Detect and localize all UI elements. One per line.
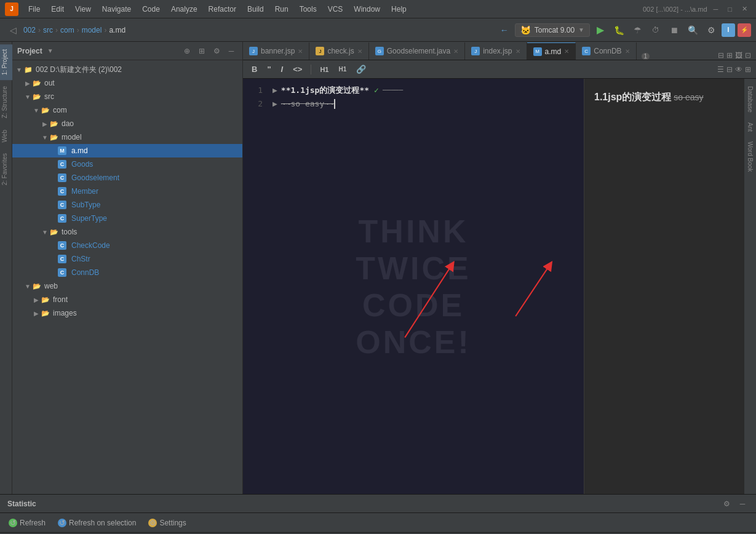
project-minimize-icon[interactable]: ─: [225, 45, 237, 57]
tree-item-supertype[interactable]: C SuperType: [12, 212, 242, 225]
project-layout-icon[interactable]: ⊞: [196, 45, 208, 57]
code-editor[interactable]: 1 2 ▶ **1.1jsp的演变过程** ✓ ───── ▶ ~~so eas…: [243, 79, 584, 494]
code-button[interactable]: <>: [289, 63, 306, 75]
editor-table-icon[interactable]: ⊞: [745, 65, 751, 74]
link-button[interactable]: 🔗: [352, 63, 370, 75]
menu-tools[interactable]: Tools: [295, 3, 322, 15]
coverage-button[interactable]: ☂: [629, 22, 645, 38]
tab-close-banner[interactable]: ✕: [298, 48, 303, 55]
tab-goodselement-java[interactable]: G Goodselement.java ✕: [369, 42, 465, 60]
toolbar-back[interactable]: ◁: [5, 22, 21, 38]
window-minimize[interactable]: ─: [710, 4, 722, 14]
breadcrumb-002[interactable]: 002: [23, 26, 36, 34]
tomcat-icon: 🐱: [520, 25, 531, 35]
tree-item-front[interactable]: ▶ 📂 front: [12, 293, 242, 306]
tree-item-conndb[interactable]: C ConnDB: [12, 266, 242, 279]
sidebar-icon-project[interactable]: 1: Project: [0, 44, 12, 80]
tab-conndb[interactable]: C ConnDB ✕: [576, 42, 636, 60]
tab-overflow[interactable]: 1: [637, 53, 655, 60]
toolbar-settings[interactable]: ⚙: [703, 22, 719, 38]
toolbar-navigate-back[interactable]: ←: [496, 22, 512, 38]
editor-panel-icon[interactable]: ⊡: [745, 51, 751, 60]
run-button[interactable]: ▶: [592, 22, 608, 38]
tree-item-dao[interactable]: ▶ 📂 dao: [12, 117, 242, 130]
menu-vcs[interactable]: VCS: [323, 3, 348, 15]
menu-help[interactable]: Help: [386, 3, 412, 15]
refresh-icon: ↺: [9, 519, 17, 527]
project-settings-icon[interactable]: ⚙: [210, 45, 223, 57]
editor-preview-icon[interactable]: 👁: [735, 65, 742, 74]
tab-banner-jsp[interactable]: J banner.jsp ✕: [243, 42, 309, 60]
breadcrumb-model[interactable]: model: [82, 26, 102, 34]
h1-button[interactable]: H1: [316, 65, 332, 74]
tab-index-jsp[interactable]: J index.jsp ✕: [465, 42, 527, 60]
debug-button[interactable]: 🐛: [611, 22, 627, 38]
settings-button[interactable]: ⚙ Settings: [145, 517, 189, 528]
menu-view[interactable]: View: [70, 3, 96, 15]
window-close[interactable]: ✕: [738, 4, 751, 14]
editor-image-icon[interactable]: 🖼: [735, 51, 742, 60]
refresh-on-selection-button[interactable]: ↺ Refresh on selection: [54, 517, 140, 528]
menu-code[interactable]: Code: [137, 3, 165, 15]
ant-icon[interactable]: Ant: [746, 118, 755, 137]
menu-window[interactable]: Window: [349, 3, 385, 15]
profiler-button[interactable]: ⏱: [648, 22, 664, 38]
tab-close-goodselement[interactable]: ✕: [453, 48, 458, 55]
menu-file[interactable]: File: [23, 3, 45, 15]
h1-small-button[interactable]: H1: [335, 65, 350, 74]
breadcrumb-src[interactable]: src: [43, 26, 53, 34]
editor-split-view-icon[interactable]: ⊟: [726, 65, 733, 74]
breadcrumb-file[interactable]: a.md: [109, 26, 125, 34]
quote-button[interactable]: ": [263, 63, 274, 75]
tree-root[interactable]: ▼ 📁 002 D:\新建文件夹 (2)\002: [12, 63, 242, 76]
tree-item-subtype[interactable]: C SubType: [12, 198, 242, 212]
tab-close-index[interactable]: ✕: [515, 48, 520, 55]
window-maximize[interactable]: □: [724, 4, 736, 14]
tab-close-conndb[interactable]: ✕: [625, 48, 630, 55]
breadcrumb-com[interactable]: com: [60, 26, 74, 34]
tree-item-amd[interactable]: M a.md: [12, 144, 242, 157]
tab-close-checkjs[interactable]: ✕: [357, 48, 362, 55]
tree-item-checkcode[interactable]: C CheckCode: [12, 239, 242, 252]
tree-item-goods[interactable]: C Goods: [12, 157, 242, 171]
stop-button[interactable]: ⏹: [666, 22, 682, 38]
toolbar-search[interactable]: 🔍: [685, 22, 701, 38]
tree-item-com[interactable]: ▼ 📂 com: [12, 103, 242, 117]
statistic-minimize-icon[interactable]: ─: [736, 498, 749, 510]
tab-check-js[interactable]: J check.js ✕: [309, 42, 368, 60]
editor-split-icon[interactable]: ⊟: [718, 51, 724, 60]
menu-analyze[interactable]: Analyze: [166, 3, 202, 15]
tab-close-amd[interactable]: ✕: [564, 48, 569, 55]
tree-item-out[interactable]: ▶ 📂 out: [12, 76, 242, 90]
menu-refactor[interactable]: Refactor: [204, 3, 241, 15]
statistic-gear-icon[interactable]: ⚙: [720, 498, 733, 510]
menu-edit[interactable]: Edit: [46, 3, 69, 15]
tree-item-tools[interactable]: ▼ 📂 tools: [12, 225, 242, 239]
tree-item-web[interactable]: ▼ 📂 web: [12, 279, 242, 293]
tree-item-chstr[interactable]: C ChStr: [12, 252, 242, 266]
tree-item-model[interactable]: ▼ 📂 model: [12, 130, 242, 144]
project-new-icon[interactable]: ⊕: [181, 45, 193, 57]
italic-button[interactable]: I: [277, 63, 287, 75]
code-area[interactable]: ▶ **1.1jsp的演变过程** ✓ ───── ▶ ~~so easy~~: [268, 79, 584, 494]
editor-grid-icon[interactable]: ⊞: [726, 51, 733, 60]
tree-item-goodselement[interactable]: C Goodselement: [12, 171, 242, 185]
tree-item-member[interactable]: C Member: [12, 185, 242, 198]
tree-item-src[interactable]: ▼ 📂 src: [12, 90, 242, 103]
tree-label-goodselement: Goodselement: [71, 173, 119, 182]
tree-item-images[interactable]: ▶ 📂 images: [12, 306, 242, 320]
tab-amd[interactable]: M a.md ✕: [527, 42, 576, 60]
app-logo[interactable]: J: [5, 2, 18, 16]
word-book-icon[interactable]: Word Book: [746, 137, 755, 177]
menu-build[interactable]: Build: [242, 3, 269, 15]
sidebar-icon-favorites[interactable]: 2: Favorites: [0, 148, 12, 190]
menu-navigate[interactable]: Navigate: [97, 3, 136, 15]
editor-menu-icon[interactable]: ☰: [717, 65, 724, 74]
bold-button[interactable]: B: [248, 63, 261, 75]
database-icon[interactable]: Database: [746, 81, 755, 118]
refresh-button[interactable]: ↺ Refresh: [5, 517, 49, 528]
run-configuration[interactable]: 🐱 Tomcat 9.00 ▼: [515, 23, 590, 37]
sidebar-icon-web[interactable]: Web: [0, 125, 12, 147]
sidebar-icon-structure[interactable]: Z: Structure: [0, 81, 12, 123]
menu-run[interactable]: Run: [270, 3, 293, 15]
